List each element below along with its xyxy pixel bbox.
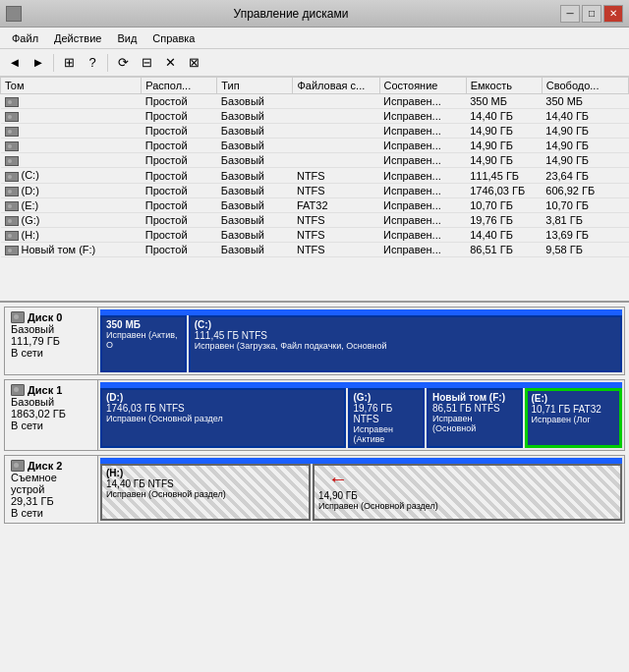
menubar: Файл Действие Вид Справка bbox=[0, 28, 629, 49]
cell-free: 14,40 ГБ bbox=[542, 109, 628, 124]
cell-type: Базовый bbox=[217, 124, 293, 139]
close-button[interactable]: ✕ bbox=[603, 5, 623, 23]
disk-type: Базовый bbox=[11, 323, 91, 335]
cell-fs bbox=[293, 94, 379, 109]
disk-title: Диск 0 bbox=[28, 311, 62, 323]
disk-size: 1863,02 ГБ bbox=[11, 408, 91, 420]
partition-size: 14,40 ГБ NTFS bbox=[106, 478, 305, 489]
partition-disk2-0[interactable]: (H:)14,40 ГБ NTFSИсправен (Основной разд… bbox=[100, 464, 311, 521]
app-icon bbox=[6, 6, 22, 22]
col-header-location[interactable]: Распол... bbox=[142, 78, 217, 94]
cell-type: Базовый bbox=[217, 227, 293, 242]
cell-status: Исправен... bbox=[379, 124, 466, 139]
hdd-icon bbox=[5, 231, 19, 241]
cell-location: Простой bbox=[142, 168, 217, 183]
disk-partitions-disk2: (H:)14,40 ГБ NTFSИсправен (Основной разд… bbox=[98, 456, 624, 523]
table-scroll[interactable]: Том Распол... Тип Файловая с... Состояни… bbox=[0, 77, 629, 303]
cell-free: 23,64 ГБ bbox=[542, 168, 628, 183]
table-row[interactable]: ПростойБазовыйИсправен...14,40 ГБ14,40 Г… bbox=[1, 109, 629, 124]
cell-free: 3,81 ГБ bbox=[542, 212, 628, 227]
table-row[interactable]: ПростойБазовыйИсправен...350 МБ350 МБ bbox=[1, 94, 629, 109]
cell-free: 13,69 ГБ bbox=[542, 227, 628, 242]
refresh-button[interactable]: ⟳ bbox=[112, 52, 134, 74]
cell-capacity: 14,90 ГБ bbox=[466, 139, 542, 153]
disk-status: В сети bbox=[11, 420, 91, 431]
col-header-volume[interactable]: Том bbox=[1, 78, 142, 94]
partition-name: (E:) bbox=[532, 393, 616, 404]
disk-panel-disk1: Диск 1 Базовый 1863,02 ГБ В сети (D:)174… bbox=[4, 379, 625, 451]
cell-fs: NTFS bbox=[293, 242, 379, 256]
rescan-button[interactable]: ⊟ bbox=[136, 52, 157, 74]
disk-partitions-disk0: 350 МБИсправен (Актив, О(C:)111,45 ГБ NT… bbox=[98, 308, 624, 374]
minimize-button[interactable]: ─ bbox=[560, 5, 580, 23]
menu-file[interactable]: Файл bbox=[4, 30, 46, 46]
cell-capacity: 1746,03 ГБ bbox=[466, 183, 542, 197]
forward-button[interactable]: ► bbox=[28, 52, 49, 74]
partition-disk0-1[interactable]: (C:)111,45 ГБ NTFSИсправен (Загрузка, Фа… bbox=[189, 315, 622, 372]
cell-status: Исправен... bbox=[379, 109, 466, 124]
cell-fs: NTFS bbox=[293, 168, 379, 183]
table-row[interactable]: ПростойБазовыйИсправен...14,90 ГБ14,90 Г… bbox=[1, 124, 629, 139]
properties-button[interactable]: ⊞ bbox=[58, 52, 80, 74]
partition-status: Исправен (Активе bbox=[354, 424, 420, 444]
table-row[interactable]: Новый том (F:)ПростойБазовыйNTFSИсправен… bbox=[1, 242, 629, 256]
cell-type: Базовый bbox=[217, 94, 293, 109]
table-row[interactable]: (H:)ПростойБазовыйNTFSИсправен...14,40 Г… bbox=[1, 227, 629, 242]
cell-volume: (H:) bbox=[1, 227, 142, 242]
partition-disk1-0[interactable]: (D:)1746,03 ГБ NTFSИсправен (Основной ра… bbox=[100, 388, 346, 448]
cell-location: Простой bbox=[142, 183, 217, 197]
disk-panels-area: Диск 0 Базовый 111,79 ГБ В сети 350 МБИс… bbox=[0, 303, 629, 672]
partition-disk0-0[interactable]: 350 МБИсправен (Актив, О bbox=[100, 315, 187, 372]
partition-disk2-1[interactable]: ←14,90 ГБИсправен (Основной раздел) bbox=[313, 464, 622, 521]
partition-disk1-3[interactable]: (E:)10,71 ГБ FAT32Исправен (Лог bbox=[525, 388, 623, 448]
hdd-icon bbox=[5, 156, 19, 166]
col-header-free[interactable]: Свободо... bbox=[542, 78, 628, 94]
table-row[interactable]: (G:)ПростойБазовыйNTFSИсправен...19,76 Г… bbox=[1, 212, 629, 227]
table-header-row: Том Распол... Тип Файловая с... Состояни… bbox=[1, 78, 629, 94]
cell-free: 14,90 ГБ bbox=[542, 139, 628, 153]
partition-disk1-2[interactable]: Новый том (F:)86,51 ГБ NTFSИсправен (Осн… bbox=[427, 388, 523, 448]
toolbar: ◄ ► ⊞ ? ⟳ ⊟ ✕ ⊠ bbox=[0, 49, 629, 77]
table-row[interactable]: (D:)ПростойБазовыйNTFSИсправен...1746,03… bbox=[1, 183, 629, 197]
cell-capacity: 19,76 ГБ bbox=[466, 212, 542, 227]
toolbar-separator-1 bbox=[53, 54, 54, 72]
table-row[interactable]: (C:)ПростойБазовыйNTFSИсправен...111,45 … bbox=[1, 168, 629, 183]
partition-name: (C:) bbox=[195, 319, 616, 330]
cell-volume bbox=[1, 139, 142, 153]
cell-status: Исправен... bbox=[379, 94, 466, 109]
col-header-capacity[interactable]: Емкость bbox=[466, 78, 542, 94]
disk-size: 111,79 ГБ bbox=[11, 335, 91, 347]
cell-free: 606,92 ГБ bbox=[542, 183, 628, 197]
disk-icon bbox=[11, 311, 25, 323]
partition-size: 111,45 ГБ NTFS bbox=[195, 330, 616, 341]
format-button[interactable]: ⊠ bbox=[183, 52, 204, 74]
disk-label-disk1: Диск 1 Базовый 1863,02 ГБ В сети bbox=[5, 380, 98, 450]
volume-table: Том Распол... Тип Файловая с... Состояни… bbox=[0, 77, 629, 257]
col-header-fs[interactable]: Файловая с... bbox=[293, 78, 379, 94]
partition-size: 10,71 ГБ FAT32 bbox=[532, 404, 616, 415]
hdd-icon bbox=[5, 141, 19, 151]
partition-size: 86,51 ГБ NTFS bbox=[432, 403, 517, 414]
cell-volume bbox=[1, 94, 142, 109]
delete-button[interactable]: ✕ bbox=[159, 52, 181, 74]
partition-disk1-1[interactable]: (G:)19,76 ГБ NTFSИсправен (Активе bbox=[348, 388, 426, 448]
help-button[interactable]: ? bbox=[82, 52, 103, 74]
partition-size: 14,90 ГБ bbox=[318, 490, 616, 501]
table-row[interactable]: (E:)ПростойБазовыйFAT32Исправен...10,70 … bbox=[1, 197, 629, 212]
col-header-type[interactable]: Тип bbox=[217, 78, 293, 94]
back-button[interactable]: ◄ bbox=[4, 52, 26, 74]
cell-location: Простой bbox=[142, 139, 217, 153]
menu-action[interactable]: Действие bbox=[46, 30, 109, 46]
cell-location: Простой bbox=[142, 242, 217, 256]
cell-fs: NTFS bbox=[293, 227, 379, 242]
menu-help[interactable]: Справка bbox=[144, 30, 202, 46]
cell-type: Базовый bbox=[217, 139, 293, 153]
menu-view[interactable]: Вид bbox=[109, 30, 144, 46]
table-row[interactable]: ПростойБазовыйИсправен...14,90 ГБ14,90 Г… bbox=[1, 153, 629, 168]
table-row[interactable]: ПростойБазовыйИсправен...14,90 ГБ14,90 Г… bbox=[1, 139, 629, 153]
col-header-status[interactable]: Состояние bbox=[379, 78, 466, 94]
maximize-button[interactable]: □ bbox=[582, 5, 601, 23]
cell-volume bbox=[1, 109, 142, 124]
hdd-icon bbox=[5, 216, 19, 226]
disk-header-bar bbox=[100, 309, 622, 315]
